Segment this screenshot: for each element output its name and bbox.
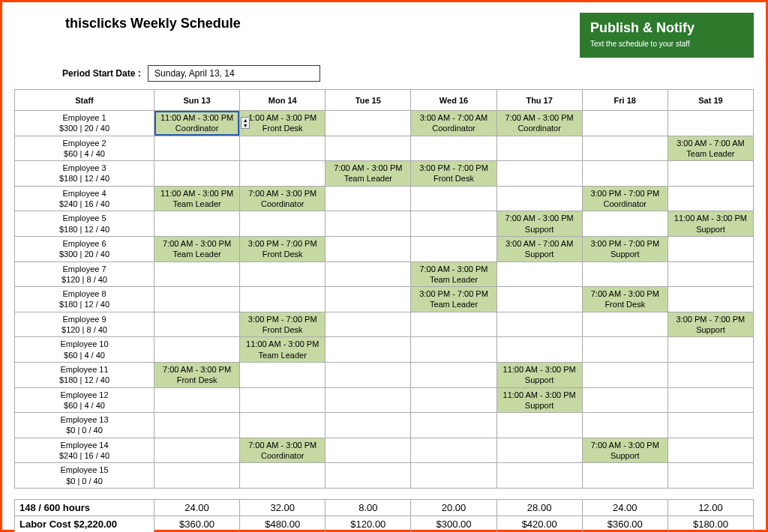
shift-cell[interactable] (240, 387, 326, 413)
shift-cell[interactable] (326, 111, 411, 136)
shift-cell[interactable] (496, 287, 582, 312)
shift-cell[interactable] (240, 413, 326, 438)
shift-cell[interactable] (240, 136, 326, 161)
shift-cell[interactable]: 7:00 AM - 3:00 PMFront Desk (154, 362, 240, 387)
shift-cell[interactable] (326, 136, 411, 161)
shift-cell[interactable]: 7:00 AM - 3:00 PMTeam Leader (411, 262, 496, 287)
staff-cell[interactable]: Employee 13$0 | 0 / 40 (15, 413, 154, 438)
shift-box[interactable]: 11:00 AM - 3:00 PMCoordinator▲▼ (154, 111, 239, 136)
shift-box[interactable]: 7:00 AM - 3:00 PMFront Desk (154, 363, 239, 387)
shift-box[interactable]: 11:00 AM - 3:00 PMTeam Leader (154, 187, 239, 211)
shift-cell[interactable]: 3:00 PM - 7:00 PMFront Desk (411, 161, 496, 187)
shift-cell[interactable] (496, 161, 582, 187)
shift-cell[interactable] (154, 161, 240, 187)
shift-cell[interactable] (326, 287, 411, 312)
staff-cell[interactable]: Employee 11$180 | 12 / 40 (15, 362, 154, 387)
shift-cell[interactable]: 7:00 AM - 3:00 PMCoordinator (240, 186, 326, 211)
publish-notify-button[interactable]: Publish & Notify Text the schedule to yo… (580, 13, 754, 58)
shift-cell[interactable] (668, 387, 753, 413)
shift-cell[interactable] (668, 287, 753, 312)
shift-cell[interactable] (496, 186, 582, 211)
shift-cell[interactable] (154, 463, 240, 489)
shift-cell[interactable] (154, 211, 240, 237)
staff-cell[interactable]: Employee 1$300 | 20 / 40 (15, 111, 154, 136)
shift-cell[interactable] (411, 463, 496, 489)
shift-cell[interactable] (411, 362, 496, 387)
shift-cell[interactable] (326, 262, 411, 287)
shift-cell[interactable]: 3:00 AM - 7:00 AMTeam Leader (668, 136, 753, 161)
shift-box[interactable]: 7:00 AM - 3:00 PMCoordinator (240, 187, 325, 211)
shift-cell[interactable]: 7:00 AM - 3:00 PMSupport (496, 211, 582, 237)
shift-cell[interactable] (154, 413, 240, 438)
shift-cell[interactable] (411, 211, 496, 237)
shift-cell[interactable] (582, 111, 668, 136)
chevron-down-icon[interactable]: ▼ (242, 123, 249, 128)
shift-cell[interactable] (668, 111, 753, 136)
shift-cell[interactable] (582, 463, 668, 489)
shift-cell[interactable] (154, 438, 240, 463)
shift-box[interactable]: 7:00 AM - 3:00 PMTeam Leader (154, 237, 239, 262)
shift-box[interactable]: 3:00 PM - 7:00 PMCoordinator (583, 187, 668, 211)
shift-box[interactable]: 7:00 AM - 3:00 PMCoordinator (240, 438, 325, 463)
period-start-input[interactable]: Sunday, April 13, 14 (148, 65, 320, 82)
shift-cell[interactable] (668, 413, 753, 438)
shift-cell[interactable]: 1:00 AM - 3:00 PMFront Desk (240, 111, 326, 136)
shift-cell[interactable] (326, 413, 411, 438)
shift-cell[interactable] (411, 438, 496, 463)
staff-cell[interactable]: Employee 3$180 | 12 / 40 (15, 161, 154, 187)
staff-cell[interactable]: Employee 8$180 | 12 / 40 (15, 287, 154, 312)
shift-cell[interactable] (326, 387, 411, 413)
shift-cell[interactable] (582, 136, 668, 161)
shift-cell[interactable] (668, 362, 753, 387)
staff-cell[interactable]: Employee 10$60 | 4 / 40 (15, 337, 154, 363)
shift-cell[interactable]: 3:00 AM - 7:00 AMCoordinator (411, 111, 496, 136)
shift-cell[interactable] (326, 236, 411, 262)
shift-box[interactable]: 7:00 AM - 3:00 PMSupport (583, 438, 668, 463)
shift-box[interactable]: 1:00 AM - 3:00 PMFront Desk (240, 111, 325, 136)
staff-cell[interactable]: Employee 6$300 | 20 / 40 (15, 236, 154, 262)
shift-cell[interactable] (496, 413, 582, 438)
shift-cell[interactable] (240, 287, 326, 312)
time-stepper[interactable]: ▲▼ (241, 117, 250, 129)
shift-box[interactable]: 11:00 AM - 3:00 PMSupport (497, 388, 582, 413)
shift-cell[interactable]: 11:00 AM - 3:00 PMSupport (496, 387, 582, 413)
shift-cell[interactable]: 3:00 PM - 7:00 PMSupport (582, 236, 668, 262)
shift-cell[interactable] (582, 387, 668, 413)
shift-cell[interactable]: 3:00 PM - 7:00 PMFront Desk (240, 312, 326, 337)
shift-cell[interactable] (240, 262, 326, 287)
shift-cell[interactable] (154, 287, 240, 312)
shift-cell[interactable] (326, 463, 411, 489)
shift-box[interactable]: 3:00 PM - 7:00 PMFront Desk (240, 312, 325, 337)
shift-cell[interactable]: 7:00 AM - 3:00 PMSupport (582, 438, 668, 463)
shift-cell[interactable] (582, 211, 668, 237)
shift-cell[interactable] (668, 463, 753, 489)
shift-cell[interactable]: 11:00 AM - 3:00 PMSupport (668, 211, 753, 237)
staff-cell[interactable]: Employee 2$60 | 4 / 40 (15, 136, 154, 161)
shift-cell[interactable] (154, 312, 240, 337)
shift-box[interactable]: 11:00 AM - 3:00 PMTeam Leader (240, 337, 325, 362)
shift-cell[interactable]: 7:00 AM - 3:00 PMFront Desk (582, 287, 668, 312)
staff-cell[interactable]: Employee 12$60 | 4 / 40 (15, 387, 154, 413)
shift-box[interactable]: 3:00 AM - 7:00 AMTeam Leader (668, 136, 753, 161)
shift-cell[interactable] (411, 136, 496, 161)
shift-cell[interactable] (668, 438, 753, 463)
shift-cell[interactable] (240, 161, 326, 187)
shift-cell[interactable] (582, 312, 668, 337)
shift-cell[interactable]: 3:00 PM - 7:00 PMSupport (668, 312, 753, 337)
shift-cell[interactable] (668, 262, 753, 287)
shift-cell[interactable] (496, 438, 582, 463)
shift-cell[interactable] (411, 337, 496, 363)
shift-cell[interactable] (582, 262, 668, 287)
staff-cell[interactable]: Employee 7$120 | 8 / 40 (15, 262, 154, 287)
shift-cell[interactable]: 7:00 AM - 3:00 PMTeam Leader (326, 161, 411, 187)
shift-cell[interactable] (326, 186, 411, 211)
shift-cell[interactable] (326, 438, 411, 463)
shift-box[interactable]: 3:00 PM - 7:00 PMSupport (583, 237, 668, 262)
shift-cell[interactable] (326, 362, 411, 387)
shift-cell[interactable]: 11:00 AM - 3:00 PMTeam Leader (240, 337, 326, 363)
shift-cell[interactable] (411, 186, 496, 211)
shift-cell[interactable] (154, 337, 240, 363)
shift-box[interactable]: 7:00 AM - 3:00 PMTeam Leader (411, 262, 496, 287)
chevron-up-icon[interactable]: ▲ (242, 118, 249, 123)
shift-box[interactable]: 11:00 AM - 3:00 PMSupport (668, 211, 753, 236)
